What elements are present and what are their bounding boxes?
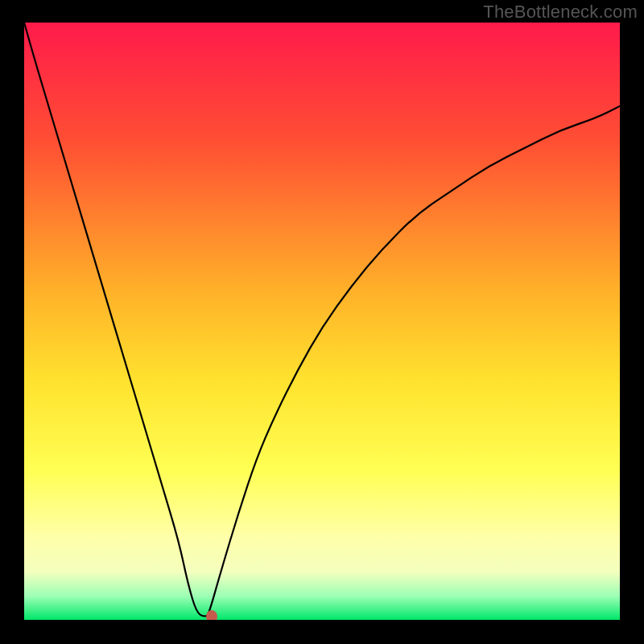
bottleneck-curve [24,23,620,620]
watermark-text: TheBottleneck.com [483,2,638,23]
optimal-point-marker [206,610,217,620]
curve-path [24,23,620,616]
plot-area [24,23,620,620]
chart-frame: TheBottleneck.com [0,0,644,644]
